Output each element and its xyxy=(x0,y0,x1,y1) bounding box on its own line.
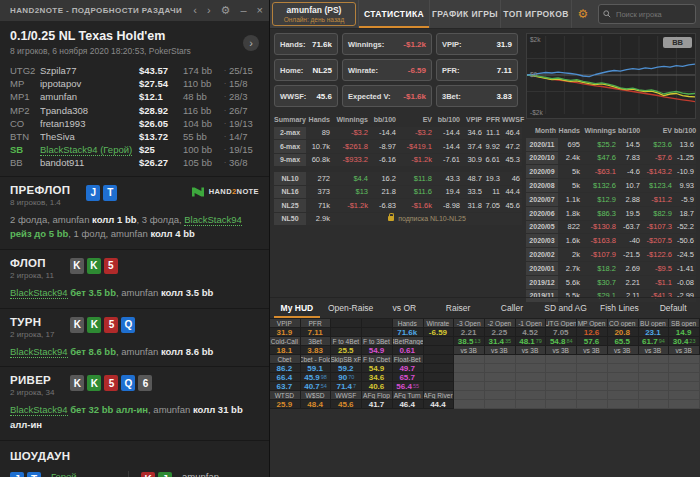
hud-cell: 57.6 xyxy=(577,337,608,346)
next-hand-icon[interactable]: › xyxy=(207,5,211,16)
month-row[interactable]: 2020/08 5k $132.6 10.7 $123.4 9.93 xyxy=(526,179,696,192)
prev-hand-icon[interactable]: ‹ xyxy=(193,5,197,16)
street-titles: ФЛОП 2 игрока, 11 xyxy=(10,257,54,280)
close-icon[interactable]: × xyxy=(257,5,263,16)
hud-tab[interactable]: Fish Lines xyxy=(593,298,647,318)
month-row[interactable]: 2020/09 5k -$63.1 -4.6 -$143.2 -10.9 xyxy=(526,165,696,178)
hud-cell xyxy=(362,328,393,337)
player-stack: $13.72 xyxy=(139,131,183,142)
player-row[interactable]: MP ippotapov $27.54 110 bb · 15/8 xyxy=(10,77,259,90)
player-name[interactable]: ippotapov xyxy=(40,78,139,89)
month-row[interactable]: 2020/03 1.6k -$163.8 -40 -$207.5 -50.6 xyxy=(526,234,696,247)
player-name[interactable]: bandot911 xyxy=(40,157,139,168)
hero-cards: JT xyxy=(10,472,44,477)
month-row[interactable]: 2020/11 695 $25.2 14.5 $23.6 13.6 xyxy=(526,138,696,151)
locked-stake-label: NL50 xyxy=(274,213,306,226)
stats-tab[interactable]: ТОП ИГРОКОВ xyxy=(500,0,571,28)
selected-player-name: amunfan (PS) xyxy=(287,5,342,15)
summary-row[interactable]: 6-max 10.7k -$261.8 -8.97 -$419.1 -14.4 … xyxy=(274,140,522,153)
hud-cell xyxy=(577,391,608,400)
action-segment[interactable]: BlackStack94 xyxy=(10,346,68,358)
month-row[interactable]: 2020/01 2.7k $18.2 2.69 -$9.5 -1.41 xyxy=(526,262,696,275)
action-segment: , amunfan xyxy=(116,287,161,298)
month-row[interactable]: 2020/02 2k -$107.9 -21.5 -$122.6 -24.5 xyxy=(526,248,696,261)
player-name[interactable]: Szpila77 xyxy=(40,65,139,76)
summary-row[interactable]: NL10 272 $4.4 16.2 $11.8 43.3 48.7 19.3 … xyxy=(274,172,522,185)
winnings-chart[interactable]: $2k $0 -$2k BB xyxy=(526,33,696,119)
hud-tab[interactable]: Open-Raise xyxy=(324,298,378,318)
hud-cell xyxy=(639,355,670,364)
bb-toggle-button[interactable]: BB xyxy=(663,37,692,48)
player-name[interactable]: amunfan xyxy=(40,91,139,102)
stat-box-label: PFR: xyxy=(442,66,460,75)
hud-tabs: My HUDOpen-Raisevs ORRaiserCallerSD and … xyxy=(270,297,700,319)
hud-tab[interactable]: Raiser xyxy=(431,298,485,318)
player-name[interactable]: TheSiva xyxy=(40,131,139,142)
player-name[interactable]: BlackStack94 (Герой) xyxy=(40,144,132,156)
street-title: РИВЕР xyxy=(10,374,54,386)
month-row[interactable]: 2019/12 5.6k $30.7 2.21 -$1.1 -0.08 xyxy=(526,276,696,289)
game-subtitle: 8 игроков, 6 ноября 2020 18:20:53, Poker… xyxy=(10,46,191,56)
summary-label: 6-max xyxy=(274,140,306,153)
hud-tab[interactable]: My HUD xyxy=(270,298,324,318)
player-row[interactable]: CO fretan1993 $26.05 104 bb · 19/13 xyxy=(10,117,259,130)
summary-row[interactable]: 2-max 89 -$3.2 -14.4 -$3.2 -14.4 34.6 11… xyxy=(274,127,522,140)
player-row[interactable]: BTN TheSiva $13.72 55 bb · 14/7 xyxy=(10,130,259,143)
player-position: SB xyxy=(10,144,40,155)
action-segment[interactable]: BlackStack94 xyxy=(10,404,68,416)
hand2note-logo: HAND2NOTE xyxy=(191,186,259,198)
y-axis-label-bottom: -$2k xyxy=(530,109,543,116)
player-row[interactable]: MP1 amunfan $12.1 48 bb · 28/3 xyxy=(10,90,259,103)
stats-tab[interactable]: ГРАФИК ИГРЫ xyxy=(429,0,500,28)
stat-box-label: Winrate: xyxy=(348,66,378,75)
hud-tab[interactable]: SD and AG xyxy=(539,298,593,318)
villain-name[interactable]: amunfan xyxy=(182,471,219,477)
selected-player-box[interactable]: amunfan (PS) Онлайн: день назад xyxy=(272,2,356,26)
action-segment: , 1 фолд, amunfan xyxy=(68,228,150,239)
hud-tab[interactable]: vs OR xyxy=(378,298,432,318)
month-row[interactable]: 2020/06 1.8k $86.3 19.5 $82.9 18.7 xyxy=(526,207,696,220)
playing-card: K xyxy=(70,258,84,274)
player-name[interactable]: Tpanda308 xyxy=(40,105,139,116)
summary-row[interactable]: 9-max 60.8k -$933.2 -6.16 -$1.2k -7.61 3… xyxy=(274,154,522,167)
summary-row[interactable]: NL16 373 $13 21.8 $11.6 19.4 33.5 11 44.… xyxy=(274,186,522,199)
month-label: 2020/09 xyxy=(526,165,558,178)
hud-cell: F to 3Bet xyxy=(362,337,393,346)
stats-body: Hands: 71.6k Winnings: -$1.2k VPIP: 31.9 xyxy=(270,29,700,297)
player-stack: $12.1 xyxy=(139,91,183,102)
summary-table: SummaryHandsWinningsbb/100EVbb/100VPIPPF… xyxy=(274,113,522,225)
summary-row[interactable]: NL25 71k -$1.2k -6.83 -$1.6k -8.98 31.8 … xyxy=(274,199,522,212)
month-row[interactable]: 2020/07 1.1k $12.9 2.88 -$11.2 -5.9 xyxy=(526,193,696,206)
player-row[interactable]: UTG2 Szpila77 $43.57 174 bb · 25/15 xyxy=(10,64,259,77)
hud-cell: AFq River xyxy=(424,391,455,400)
hud-tab[interactable]: Caller xyxy=(485,298,539,318)
expand-hand-button[interactable]: › xyxy=(243,35,259,51)
hud-cell: SkipSB xF xyxy=(331,355,362,364)
player-row[interactable]: BB bandot911 $26.27 105 bb · 36/8 xyxy=(10,156,259,169)
player-row[interactable]: SB BlackStack94 (Герой) $25 100 bb · 19/… xyxy=(10,143,259,156)
hud-cell: 61.7 94 xyxy=(639,337,670,346)
settings-gear-icon[interactable]: ⚙ xyxy=(221,5,231,16)
player-row[interactable]: MP2 Tpanda308 $28.92 116 bb · 26/7 xyxy=(10,104,259,117)
street-subtitle: 2 игрока, 34 xyxy=(10,388,54,397)
month-row[interactable]: 2020/10 2.4k $47.6 7.83 -$7.6 -1.25 xyxy=(526,152,696,165)
hud-cell: CO open xyxy=(608,319,639,328)
action-segment[interactable]: BlackStack94 xyxy=(10,287,68,299)
hero-name-link[interactable]: Герой xyxy=(51,471,77,477)
separator-dot: · xyxy=(221,119,229,128)
stat-box: PFR: 7.11 xyxy=(436,59,518,81)
player-search-box[interactable] xyxy=(598,4,696,24)
stats-gear-icon[interactable]: ⚙ xyxy=(571,0,594,28)
hud-cell xyxy=(454,391,485,400)
month-row[interactable]: 2020/05 822 -$130.8 -63.7 -$107.3 -52.2 xyxy=(526,221,696,234)
hud-cell xyxy=(639,364,670,373)
stats-tab[interactable]: СТАТИСТИКА xyxy=(358,0,429,28)
player-name[interactable]: fretan1993 xyxy=(40,118,139,129)
player-search-input[interactable] xyxy=(614,9,688,20)
stat-box: 3Bet: 3.83 xyxy=(436,85,518,107)
action-segment[interactable]: BlackStack94 xyxy=(184,214,242,226)
minimize-icon[interactable]: – xyxy=(240,5,246,16)
hud-tab[interactable]: Default xyxy=(646,298,700,318)
hud-cell xyxy=(639,400,670,409)
player-vpip-pfr: 14/7 xyxy=(229,131,259,142)
